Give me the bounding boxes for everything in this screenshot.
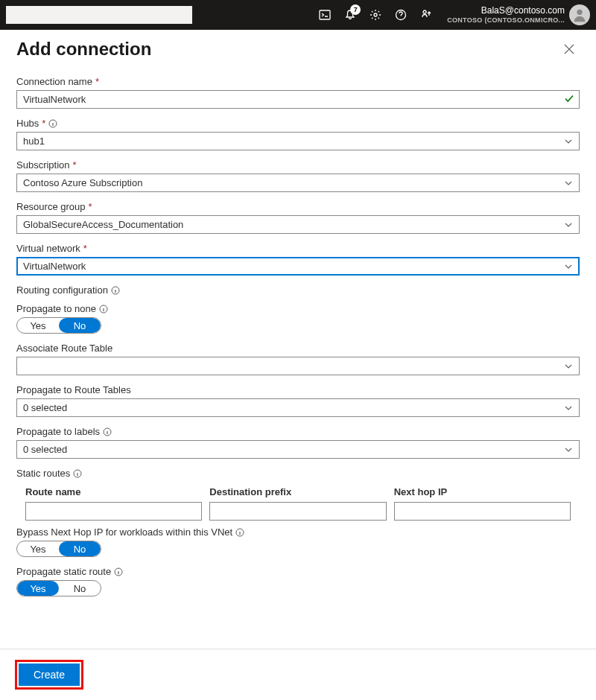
chevron-down-icon (564, 262, 573, 271)
info-icon[interactable] (114, 567, 123, 576)
bypass-label: Bypass Next Hop IP for workloads within … (16, 526, 232, 538)
search-area[interactable] (6, 6, 192, 24)
propagate-static-toggle[interactable]: Yes No (16, 580, 101, 596)
cloudshell-icon[interactable] (313, 3, 337, 27)
svg-rect-0 (320, 10, 330, 19)
propagate-static-label: Propagate static route (16, 566, 111, 577)
toggle-yes[interactable]: Yes (17, 318, 59, 333)
info-icon[interactable] (103, 427, 112, 436)
chevron-down-icon (564, 179, 573, 188)
connection-name-label: Connection name (16, 76, 92, 87)
close-icon[interactable] (559, 39, 580, 60)
info-icon[interactable] (48, 119, 57, 128)
chevron-down-icon (564, 445, 573, 454)
check-icon (564, 93, 574, 106)
assoc-route-table-select[interactable] (16, 357, 580, 375)
avatar[interactable] (569, 4, 590, 25)
connection-name-input[interactable]: VirtualNetwork (16, 90, 580, 109)
static-routes-label: Static routes (16, 468, 70, 479)
info-icon[interactable] (235, 528, 244, 537)
subscription-label: Subscription (16, 159, 70, 171)
routing-config-label: Routing configuration (16, 284, 108, 296)
toggle-yes[interactable]: Yes (17, 541, 59, 556)
svg-point-3 (423, 10, 426, 13)
info-icon[interactable] (111, 286, 120, 295)
account-info[interactable]: BalaS@contoso.com CONTOSO (CONTOSO.ONMIC… (447, 5, 565, 24)
info-icon[interactable] (73, 469, 82, 478)
user-email: BalaS@contoso.com (481, 5, 565, 16)
col-next-hop: Next hop IP (394, 486, 571, 502)
static-routes-row (16, 502, 580, 526)
propagate-labels-select[interactable]: 0 selected (16, 440, 580, 459)
notifications-icon[interactable]: 7 (338, 3, 362, 27)
propagate-none-toggle[interactable]: Yes No (16, 317, 101, 334)
toggle-no[interactable]: No (59, 581, 101, 596)
chevron-down-icon (564, 404, 573, 413)
page-title: Add connection (16, 39, 151, 60)
assoc-route-table-label: Associate Route Table (16, 343, 112, 354)
tenant-name: CONTOSO (CONTOSO.ONMICRO... (447, 16, 565, 25)
resource-group-label: Resource group (16, 201, 86, 212)
propagate-route-tables-label: Propagate to Route Tables (16, 384, 131, 395)
create-highlight: Create (15, 660, 83, 690)
toggle-no[interactable]: No (59, 541, 101, 556)
propagate-none-label: Propagate to none (16, 303, 96, 314)
propagate-route-tables-select[interactable]: 0 selected (16, 398, 580, 417)
gear-icon[interactable] (364, 3, 387, 27)
add-connection-pane: Add connection Connection name* VirtualN… (0, 30, 596, 596)
resource-group-select[interactable]: GlobalSecureAccess_Documentation (16, 215, 580, 234)
propagate-labels-label: Propagate to labels (16, 426, 100, 437)
hubs-label: Hubs (16, 118, 39, 129)
help-icon[interactable] (389, 3, 413, 27)
toggle-no[interactable]: No (59, 318, 101, 333)
chevron-down-icon (564, 137, 573, 146)
static-routes-header: Route name Destination prefix Next hop I… (16, 486, 580, 502)
hubs-select[interactable]: hub1 (16, 132, 580, 150)
col-dest-prefix: Destination prefix (209, 486, 386, 502)
col-route-name: Route name (25, 486, 202, 502)
virtual-network-select[interactable]: VirtualNetwork (16, 257, 580, 276)
chevron-down-icon (564, 220, 573, 229)
top-header: 7 BalaS@contoso.com CONTOSO (CONTOSO.ONM… (0, 0, 596, 30)
dest-prefix-input[interactable] (209, 502, 386, 521)
svg-point-1 (374, 13, 377, 16)
subscription-select[interactable]: Contoso Azure Subscription (16, 174, 580, 192)
feedback-icon[interactable] (414, 3, 438, 27)
next-hop-input[interactable] (394, 502, 571, 521)
bypass-toggle[interactable]: Yes No (16, 541, 101, 557)
notification-badge: 7 (350, 4, 361, 15)
route-name-input[interactable] (25, 502, 202, 521)
svg-point-4 (577, 10, 582, 15)
toggle-yes[interactable]: Yes (17, 581, 59, 596)
info-icon[interactable] (99, 305, 108, 314)
chevron-down-icon (564, 362, 573, 371)
virtual-network-label: Virtual network (16, 243, 80, 254)
footer: Create (0, 649, 596, 700)
create-button[interactable]: Create (19, 664, 80, 686)
